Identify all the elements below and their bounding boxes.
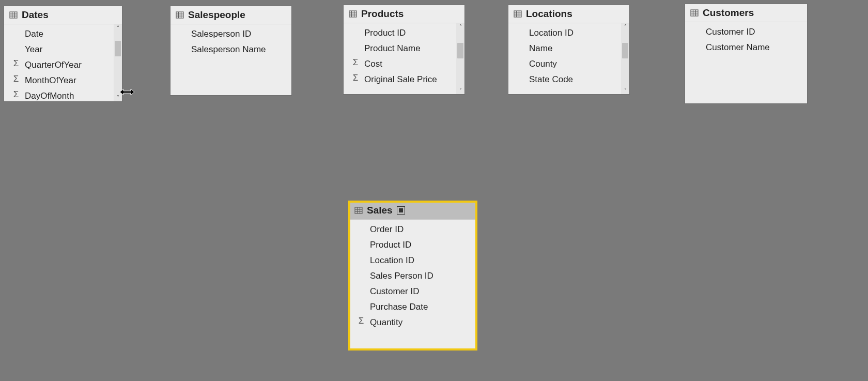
field-list: DateYearΣQuarterOfYearΣMonthOfYearΣDayOf…	[4, 24, 114, 101]
field-row[interactable]: ΣQuarterOfYear	[4, 57, 114, 73]
table-title: Locations	[526, 8, 572, 20]
svg-marker-30	[120, 89, 134, 95]
svg-rect-0	[10, 12, 17, 18]
sigma-icon: Σ	[351, 73, 360, 83]
field-name: Original Sale Price	[364, 74, 437, 85]
svg-rect-15	[514, 11, 521, 17]
svg-rect-20	[691, 10, 698, 16]
field-name: Name	[529, 43, 552, 54]
field-name: Product ID	[370, 240, 411, 250]
table-header[interactable]: Sales	[349, 202, 476, 220]
table-icon	[176, 11, 184, 19]
field-row[interactable]: Sales Person ID	[349, 268, 476, 284]
field-row[interactable]: Product ID	[349, 237, 476, 253]
field-row[interactable]: Salesperson ID	[171, 26, 291, 42]
scroll-down-arrow[interactable]: ˅	[459, 87, 462, 94]
scroll-up-arrow[interactable]: ˄	[624, 23, 627, 31]
scrollbar[interactable]: ˄˅	[621, 23, 629, 94]
table-body: Customer IDCustomer Name	[685, 22, 807, 103]
sigma-icon: Σ	[11, 74, 21, 84]
field-row[interactable]: Product Name	[344, 41, 456, 56]
field-name: Quantity	[370, 317, 402, 328]
scroll-thumb[interactable]	[457, 43, 463, 58]
field-row[interactable]: ΣMonthOfYear	[4, 73, 114, 88]
field-name: Location ID	[370, 255, 414, 266]
storage-mode-icon	[397, 206, 405, 215]
scroll-down-arrow[interactable]: ˅	[117, 94, 119, 101]
field-name: County	[529, 59, 557, 69]
table-body: Location IDNameCountyState Code˄˅	[508, 23, 629, 94]
field-row[interactable]: Year	[4, 42, 114, 57]
table-header[interactable]: Locations	[508, 5, 629, 23]
field-row[interactable]: ΣQuantity	[349, 315, 476, 330]
field-name: State Code	[529, 74, 573, 85]
table-title: Salespeople	[188, 9, 245, 21]
table-products[interactable]: ProductsProduct IDProduct NameΣCostΣOrig…	[344, 5, 464, 94]
field-row[interactable]: Location ID	[508, 25, 621, 41]
field-row[interactable]: Order ID	[349, 222, 476, 237]
table-icon	[514, 10, 522, 18]
field-list: Salesperson IDSalesperson Name	[171, 24, 291, 95]
scroll-track[interactable]	[114, 32, 122, 94]
field-row[interactable]: County	[508, 56, 621, 72]
table-body: Product IDProduct NameΣCostΣOriginal Sal…	[344, 23, 464, 94]
field-row[interactable]: Customer ID	[685, 24, 807, 40]
scroll-track[interactable]	[621, 31, 629, 87]
field-name: MonthOfYear	[25, 75, 76, 86]
table-icon	[349, 10, 357, 18]
table-title: Dates	[22, 9, 49, 21]
field-row[interactable]: Location ID	[349, 253, 476, 268]
field-row[interactable]: ΣCost	[344, 56, 456, 72]
field-row[interactable]: ΣDayOfMonth	[4, 88, 114, 101]
scroll-up-arrow[interactable]: ˄	[117, 24, 119, 32]
table-title: Sales	[367, 205, 393, 216]
scroll-thumb[interactable]	[622, 43, 628, 58]
sigma-icon: Σ	[357, 316, 366, 326]
resize-horizontal-cursor	[120, 88, 134, 96]
svg-rect-5	[176, 12, 183, 18]
scrollbar[interactable]: ˄˅	[114, 24, 122, 101]
table-locations[interactable]: LocationsLocation IDNameCountyState Code…	[508, 5, 629, 94]
field-list: Order IDProduct IDLocation IDSales Perso…	[349, 220, 476, 349]
field-name: Sales Person ID	[370, 271, 433, 281]
table-header[interactable]: Salespeople	[171, 6, 291, 24]
table-sales[interactable]: SalesOrder IDProduct IDLocation IDSales …	[349, 202, 476, 349]
field-row[interactable]: Date	[4, 26, 114, 42]
field-name: Cost	[364, 59, 382, 69]
field-row[interactable]: Customer Name	[685, 40, 807, 55]
table-body: DateYearΣQuarterOfYearΣMonthOfYearΣDayOf…	[4, 24, 122, 101]
table-customers[interactable]: CustomersCustomer IDCustomer Name	[685, 4, 807, 103]
field-row[interactable]: Salesperson Name	[171, 42, 291, 57]
table-dates[interactable]: DatesDateYearΣQuarterOfYearΣMonthOfYearΣ…	[4, 6, 122, 101]
scroll-down-arrow[interactable]: ˅	[624, 87, 627, 94]
scroll-track[interactable]	[456, 31, 464, 87]
table-body: Salesperson IDSalesperson Name	[171, 24, 291, 95]
field-name: Customer ID	[706, 27, 755, 37]
table-header[interactable]: Products	[344, 5, 464, 23]
sigma-icon: Σ	[11, 59, 21, 68]
table-header[interactable]: Customers	[685, 4, 807, 22]
field-row[interactable]: Name	[508, 41, 621, 56]
table-title: Customers	[703, 7, 754, 19]
svg-rect-10	[349, 11, 357, 17]
table-title: Products	[361, 8, 404, 20]
field-row[interactable]: Customer ID	[349, 284, 476, 299]
field-row[interactable]: Purchase Date	[349, 299, 476, 315]
field-name: Customer Name	[706, 42, 770, 53]
field-row[interactable]: State Code	[508, 72, 621, 87]
table-body: Order IDProduct IDLocation IDSales Perso…	[349, 220, 476, 349]
field-name: Product Name	[364, 43, 421, 54]
field-name: DayOfMonth	[25, 91, 74, 101]
table-salespeople[interactable]: SalespeopleSalesperson IDSalesperson Nam…	[171, 6, 291, 95]
scroll-up-arrow[interactable]: ˄	[459, 23, 462, 31]
scrollbar[interactable]: ˄˅	[456, 23, 464, 94]
field-row[interactable]: Product ID	[344, 25, 456, 41]
field-name: Year	[25, 44, 42, 55]
svg-rect-25	[355, 207, 362, 214]
field-name: Salesperson Name	[191, 44, 266, 55]
scroll-thumb[interactable]	[115, 41, 121, 56]
field-row[interactable]: ΣOriginal Sale Price	[344, 72, 456, 87]
table-header[interactable]: Dates	[4, 6, 122, 24]
table-icon	[354, 206, 363, 215]
field-list: Location IDNameCountyState Code	[508, 23, 621, 94]
